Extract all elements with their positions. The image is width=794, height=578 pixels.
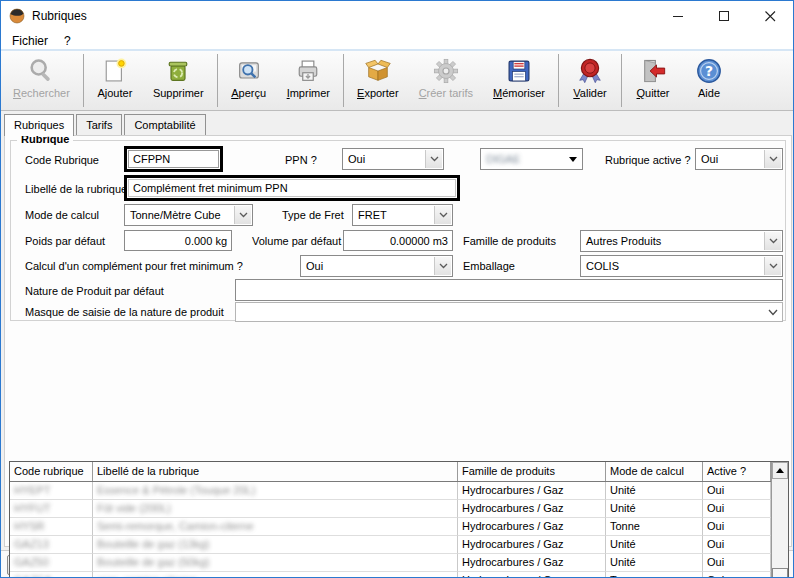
- toolbar-button-label: Ajouter: [97, 87, 132, 99]
- grid-row[interactable]: GAZ50Bouteille de gaz (50kg)Hydrocarbure…: [10, 554, 771, 572]
- cell-famille[interactable]: Hydrocarbures / Gaz: [458, 572, 606, 578]
- chevron-down-icon[interactable]: [764, 232, 781, 250]
- grid-header: Code rubriqueLibellé de la rubriqueFamil…: [10, 462, 771, 482]
- type-fret-select[interactable]: FRET: [352, 204, 453, 226]
- cell-active[interactable]: Oui: [703, 572, 771, 578]
- nature-input[interactable]: [235, 279, 783, 301]
- grid-column-header-code-rubrique[interactable]: Code rubrique: [10, 462, 93, 481]
- grid-scrollbar[interactable]: [771, 462, 788, 578]
- scrollbar-thumb[interactable]: [772, 568, 788, 578]
- cell-active[interactable]: Oui: [703, 518, 771, 536]
- toolbar-button-label: Créer tarifs: [419, 87, 473, 99]
- cell-libelle[interactable]: Fût vide (200L): [93, 500, 458, 518]
- chevron-down-icon[interactable]: [764, 304, 781, 320]
- chevron-down-icon[interactable]: [425, 150, 442, 168]
- toolbar-button-label: Valider: [573, 87, 606, 99]
- tab-rubriques[interactable]: Rubriques: [4, 114, 74, 136]
- tab-comptabilite[interactable]: Comptabilité: [124, 114, 205, 135]
- grid-column-header-libelle-de-la-rubrique[interactable]: Libellé de la rubrique: [93, 462, 458, 481]
- close-icon[interactable]: [747, 1, 793, 31]
- trash-icon: [164, 57, 192, 85]
- toolbar-button-supprimer[interactable]: Supprimer: [143, 52, 214, 109]
- grid-body: HYEPTEssence & Pétrole (Touque 20L)Hydro…: [10, 482, 771, 578]
- toolbar-button-valider[interactable]: Valider: [562, 52, 618, 109]
- grid-column-header-mode-de-calcul[interactable]: Mode de calcul: [606, 462, 703, 481]
- rubrique-active-select[interactable]: Oui: [695, 148, 783, 170]
- cell-active[interactable]: Oui: [703, 500, 771, 518]
- poids-input[interactable]: 0.000 kg: [124, 230, 232, 251]
- cell-code[interactable]: HYSR: [10, 518, 93, 536]
- grid-row[interactable]: GAZCAvrac, camion-citerneHydrocarbures /…: [10, 572, 771, 578]
- menu-fichier[interactable]: Fichier: [7, 32, 53, 50]
- toolbar: RechercherAjouterSupprimerAperçuImprimer…: [1, 49, 793, 111]
- chevron-down-icon[interactable]: [764, 150, 781, 168]
- cell-famille[interactable]: Hydrocarbures / Gaz: [458, 482, 606, 500]
- chevron-down-icon[interactable]: [434, 257, 451, 275]
- volume-input[interactable]: 0.00000 m3: [343, 230, 453, 251]
- toolbar-button-aide[interactable]: ?Aide: [681, 52, 737, 109]
- title-bar: Rubriques: [1, 1, 793, 31]
- grid-column-header-famille-de-produits[interactable]: Famille de produits: [458, 462, 606, 481]
- rubrique-active-label: Rubrique active ?: [605, 154, 691, 166]
- cell-active[interactable]: Oui: [703, 536, 771, 554]
- libelle-label: Libellé de la rubrique: [25, 183, 127, 195]
- code-rubrique-input[interactable]: CFPPN: [124, 146, 223, 172]
- cell-code[interactable]: GAZ50: [10, 554, 93, 572]
- blurred-select[interactable]: DIGAE: [480, 148, 583, 170]
- toolbar-button-apercu[interactable]: Aperçu: [221, 52, 277, 109]
- maximize-icon[interactable]: [701, 1, 747, 31]
- toolbar-button-imprimer[interactable]: Imprimer: [277, 52, 340, 109]
- complement-fret-select[interactable]: Oui: [300, 255, 453, 277]
- chevron-down-icon[interactable]: [234, 206, 251, 224]
- poids-label: Poids par défaut: [25, 235, 105, 247]
- minimize-icon[interactable]: [655, 1, 701, 31]
- cell-mode[interactable]: Unité: [606, 482, 703, 500]
- famille-select[interactable]: Autres Produits: [580, 230, 783, 252]
- triangle-down-icon[interactable]: [564, 150, 581, 168]
- export-box-icon: [364, 57, 392, 85]
- toolbar-button-exporter[interactable]: Exporter: [347, 52, 409, 109]
- cell-code[interactable]: HYFUT: [10, 500, 93, 518]
- toolbar-button-memoriser[interactable]: Mémoriser: [483, 52, 555, 109]
- mode-calcul-select[interactable]: Tonne/Mètre Cube: [124, 204, 253, 226]
- cell-mode[interactable]: Unité: [606, 500, 703, 518]
- cell-libelle[interactable]: Semi-remorque, Camion-citerne: [93, 518, 458, 536]
- cell-active[interactable]: Oui: [703, 482, 771, 500]
- grid-row[interactable]: HYSRSemi-remorque, Camion-citerneHydroca…: [10, 518, 771, 536]
- cell-libelle[interactable]: Essence & Pétrole (Touque 20L): [93, 482, 458, 500]
- masque-select[interactable]: [235, 302, 783, 322]
- cell-code[interactable]: GAZ13: [10, 536, 93, 554]
- toolbar-button-quitter[interactable]: Quitter: [625, 52, 681, 109]
- scroll-up-icon[interactable]: [772, 462, 788, 479]
- tab-page: Rubrique Code Rubrique CFPPN PPN ? Oui D…: [4, 135, 792, 547]
- cell-mode[interactable]: Unité: [606, 554, 703, 572]
- cell-mode[interactable]: Unité: [606, 536, 703, 554]
- tab-tarifs[interactable]: Tarifs: [76, 114, 122, 135]
- complement-fret-label: Calcul d'un complément pour fret minimum…: [25, 260, 243, 272]
- chevron-down-icon[interactable]: [764, 257, 781, 275]
- cell-libelle[interactable]: Bouteille de gaz (50kg): [93, 554, 458, 572]
- cell-famille[interactable]: Hydrocarbures / Gaz: [458, 518, 606, 536]
- cell-code[interactable]: GAZCA: [10, 572, 93, 578]
- grid-row[interactable]: GAZ13Bouteille de gaz (13kg)Hydrocarbure…: [10, 536, 771, 554]
- cell-famille[interactable]: Hydrocarbures / Gaz: [458, 554, 606, 572]
- toolbar-button-ajouter[interactable]: Ajouter: [87, 52, 143, 109]
- grid-row[interactable]: HYFUTFût vide (200L)Hydrocarbures / GazU…: [10, 500, 771, 518]
- cell-libelle[interactable]: vrac, camion-citerne: [93, 572, 458, 578]
- cell-mode[interactable]: Tonne: [606, 572, 703, 578]
- cell-famille[interactable]: Hydrocarbures / Gaz: [458, 536, 606, 554]
- menu-help[interactable]: ?: [59, 32, 76, 50]
- masque-label: Masque de saisie de la nature de produit: [25, 306, 224, 318]
- toolbar-button-label: Quitter: [637, 87, 670, 99]
- grid-row[interactable]: HYEPTEssence & Pétrole (Touque 20L)Hydro…: [10, 482, 771, 500]
- chevron-down-icon[interactable]: [434, 206, 451, 224]
- cell-mode[interactable]: Tonne: [606, 518, 703, 536]
- libelle-input[interactable]: Complément fret minimum PPN: [124, 175, 460, 201]
- cell-libelle[interactable]: Bouteille de gaz (13kg): [93, 536, 458, 554]
- ppn-select[interactable]: Oui: [342, 148, 444, 170]
- cell-famille[interactable]: Hydrocarbures / Gaz: [458, 500, 606, 518]
- grid-column-header-active[interactable]: Active ?: [703, 462, 771, 481]
- cell-code[interactable]: HYEPT: [10, 482, 93, 500]
- cell-active[interactable]: Oui: [703, 554, 771, 572]
- emballage-select[interactable]: COLIS: [580, 255, 783, 277]
